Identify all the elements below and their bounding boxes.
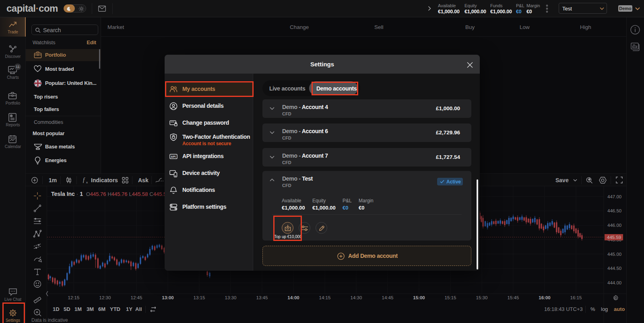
svg-text:API: API (171, 155, 176, 158)
